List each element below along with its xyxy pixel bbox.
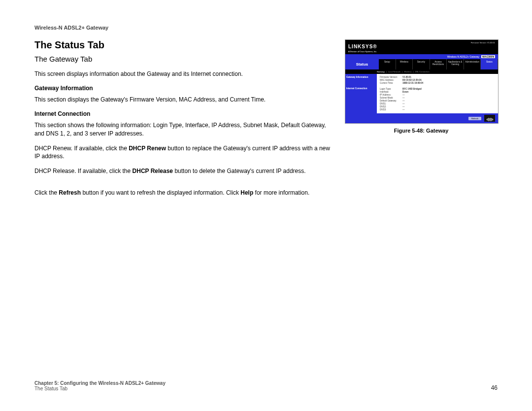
value: --- bbox=[402, 97, 405, 99]
row-time: Current Time:1999-12-31 16:09:04 bbox=[380, 82, 495, 84]
text-column: The Status Tab The Gateway Tab This scre… bbox=[34, 39, 330, 204]
nav-tabs: Setup Wireless Security Access Restricti… bbox=[379, 59, 498, 69]
refresh-paragraph: Click the Refresh button if you want to … bbox=[34, 189, 330, 197]
main-nav: Status Setup Wireless Security Access Re… bbox=[345, 59, 498, 69]
row-dns2: DNS2:--- bbox=[380, 105, 495, 108]
screenshot-content: Firmware Version:V1.00.01 MAC Address:00… bbox=[377, 74, 498, 113]
sidebar-internet-connection: Internet Connection bbox=[346, 87, 376, 90]
value: 00:C0:02:12:35:0A bbox=[402, 79, 422, 81]
label: DNS3: bbox=[380, 108, 402, 111]
dhcp-renew-pre: DHCP Renew. If available, click the bbox=[34, 145, 129, 152]
label: DNS1: bbox=[380, 103, 402, 105]
row-firmware: Firmware Version:V1.00.01 bbox=[380, 76, 495, 78]
sidebar-gateway-info: Gateway Information bbox=[346, 76, 376, 78]
value: --- bbox=[402, 103, 405, 105]
gateway-screenshot: LINKSYS® A Division of Cisco Systems, In… bbox=[345, 39, 499, 124]
subtab-wireless[interactable]: Wireless bbox=[404, 70, 411, 73]
subtab-local-network[interactable]: Local Network bbox=[388, 70, 400, 73]
figure-caption: Figure 5-48: Gateway bbox=[345, 128, 498, 134]
page-number: 46 bbox=[491, 384, 498, 391]
label: Current Time: bbox=[380, 82, 402, 84]
brand-subtitle: A Division of Cisco Systems, Inc. bbox=[348, 50, 377, 53]
nav-heading: Status bbox=[345, 59, 379, 69]
tab-status[interactable]: Status bbox=[481, 59, 498, 69]
row-login-type: Login Type:RFC 1483 Bridged bbox=[380, 88, 495, 90]
footer-chapter: Chapter 5: Configuring the Wireless-N AD… bbox=[34, 380, 166, 386]
tab-access-restrictions[interactable]: Access Restrictions bbox=[430, 59, 447, 69]
screenshot-body: Gateway Information Internet Connection … bbox=[345, 74, 498, 113]
subtab-gateway[interactable]: Gateway bbox=[377, 70, 385, 73]
row-default-gw: Default Gateway:--- bbox=[380, 100, 495, 102]
subtab-dsl-connection[interactable]: DSL Connection bbox=[415, 70, 430, 73]
value: --- bbox=[402, 94, 405, 96]
row-dns1: DNS1:--- bbox=[380, 103, 495, 105]
gateway-info-text: This section displays the Gateway's Firm… bbox=[34, 96, 330, 103]
refresh-button[interactable]: Refresh bbox=[468, 117, 481, 120]
row-dns3: DNS3:--- bbox=[380, 108, 495, 111]
product-name: Wireless-N ADSL2+ Gateway bbox=[447, 55, 479, 58]
row-ip: IP Address:--- bbox=[380, 94, 495, 96]
label: MAC Address: bbox=[380, 79, 402, 81]
firmware-label: Firmware Version: V1.00.01 bbox=[471, 41, 495, 44]
intro-paragraph: This screen displays information about t… bbox=[34, 70, 330, 78]
tab-applications-gaming[interactable]: Applications & Gaming bbox=[447, 59, 464, 69]
refresh-pre: Click the bbox=[34, 189, 59, 196]
dhcp-release-pre: DHCP Release. If available, click the bbox=[34, 168, 133, 174]
label: IP Address: bbox=[380, 94, 402, 96]
refresh-mid: button if you want to refresh the displa… bbox=[81, 189, 240, 196]
label: DNS2: bbox=[380, 105, 402, 108]
label: Login Type: bbox=[380, 88, 402, 90]
tab-security[interactable]: Security bbox=[413, 59, 430, 69]
value: V1.00.01 bbox=[402, 76, 411, 78]
brand-logo: LINKSYS® bbox=[348, 44, 377, 49]
footer-sub: The Status Tab bbox=[34, 386, 166, 391]
page-footer: Chapter 5: Configuring the Wireless-N AD… bbox=[34, 380, 498, 391]
subsection-title: The Gateway Tab bbox=[34, 55, 330, 63]
subnav-sep: | bbox=[402, 70, 402, 73]
label: Default Gateway: bbox=[380, 100, 402, 102]
cisco-icon bbox=[484, 115, 495, 122]
internet-connection-text: This section shows the following informa… bbox=[34, 121, 330, 137]
screenshot-footer: Refresh bbox=[345, 113, 498, 123]
label: Interface: bbox=[380, 91, 402, 93]
tab-administration[interactable]: Administration bbox=[464, 59, 481, 69]
row-interface: Interface:Down bbox=[380, 91, 495, 93]
dhcp-renew-bold: DHCP Renew bbox=[129, 145, 166, 152]
section-title: The Status Tab bbox=[34, 39, 330, 51]
tab-setup[interactable]: Setup bbox=[379, 59, 396, 69]
internet-connection-heading: Internet Connection bbox=[34, 110, 330, 117]
figure-column: LINKSYS® A Division of Cisco Systems, In… bbox=[345, 39, 498, 204]
dhcp-release-paragraph: DHCP Release. If available, click the DH… bbox=[34, 167, 330, 175]
subnav-sep: | bbox=[386, 70, 387, 73]
row-subnet: Subnet Mask:--- bbox=[380, 97, 495, 99]
tab-wireless[interactable]: Wireless bbox=[396, 59, 413, 69]
refresh-post: for more information. bbox=[253, 189, 309, 196]
row-mac: MAC Address:00:C0:02:12:35:0A bbox=[380, 79, 495, 81]
value: --- bbox=[402, 100, 405, 102]
dhcp-release-bold: DHCP Release bbox=[133, 168, 173, 174]
refresh-bold: Refresh bbox=[59, 189, 81, 196]
screenshot-sidebar: Gateway Information Internet Connection bbox=[345, 74, 377, 113]
value: 1999-12-31 16:09:04 bbox=[402, 82, 423, 84]
model-badge: WAG300N bbox=[481, 55, 495, 58]
gateway-info-heading: Gateway Information bbox=[34, 85, 330, 92]
value: --- bbox=[402, 105, 405, 108]
document-header: Wireless-N ADSL2+ Gateway bbox=[34, 25, 498, 31]
dhcp-release-post: button to delete the Gateway's current I… bbox=[173, 168, 306, 174]
screenshot-header: LINKSYS® A Division of Cisco Systems, In… bbox=[345, 40, 498, 54]
help-bold: Help bbox=[240, 189, 253, 196]
label: Firmware Version: bbox=[380, 76, 402, 78]
value: --- bbox=[402, 108, 405, 111]
value: Down bbox=[402, 91, 408, 93]
dhcp-renew-paragraph: DHCP Renew. If available, click the DHCP… bbox=[34, 144, 330, 160]
label: Subnet Mask: bbox=[380, 97, 402, 99]
product-bar: Wireless-N ADSL2+ Gateway WAG300N bbox=[345, 54, 498, 59]
value: RFC 1483 Bridged bbox=[402, 88, 422, 90]
subnav-sep: | bbox=[413, 70, 414, 73]
sub-nav: Gateway| Local Network| Wireless| DSL Co… bbox=[345, 69, 498, 74]
